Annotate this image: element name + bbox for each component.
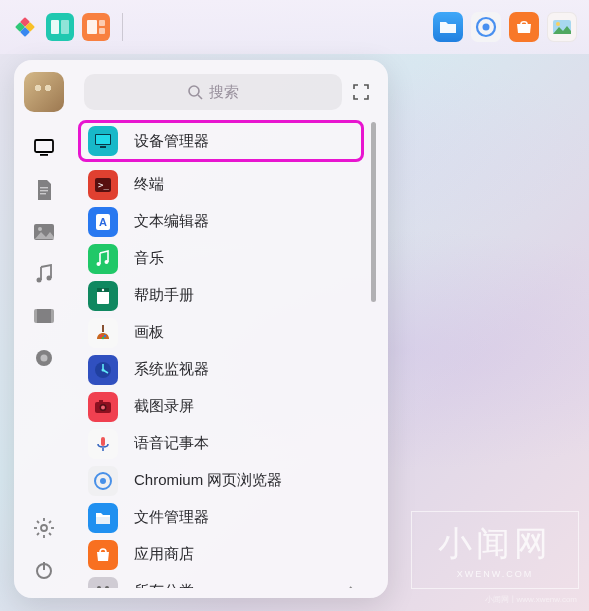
svg-point-60	[101, 405, 105, 409]
svg-rect-4	[51, 20, 59, 34]
svg-text:A: A	[99, 216, 107, 228]
svg-text:>_: >_	[98, 180, 109, 190]
terminal-icon: >_	[88, 170, 118, 200]
svg-point-52	[100, 334, 102, 336]
app-label: 画板	[134, 323, 164, 342]
category-document-icon[interactable]	[32, 178, 56, 202]
search-input[interactable]: 搜索	[84, 74, 342, 110]
svg-rect-41	[96, 135, 110, 144]
launcher-sidebar	[14, 60, 74, 598]
category-video-icon[interactable]	[32, 304, 56, 328]
power-icon[interactable]	[32, 558, 56, 582]
app-row-store[interactable]: 应用商店	[78, 536, 368, 573]
app-label: 帮助手册	[134, 286, 194, 305]
search-icon	[187, 84, 203, 100]
app-row-chromium[interactable]: Chromium 网页浏览器	[78, 462, 368, 499]
app-label: 终端	[134, 175, 164, 194]
svg-point-65	[100, 478, 106, 484]
svg-rect-17	[40, 193, 46, 194]
workspace-button[interactable]	[82, 13, 110, 41]
svg-line-32	[37, 521, 39, 523]
app-label: 应用商店	[134, 545, 194, 564]
svg-rect-5	[61, 20, 69, 34]
app-label: 系统监视器	[134, 360, 209, 379]
app-row-screenshot[interactable]: 截图录屏	[78, 388, 368, 425]
svg-rect-14	[40, 154, 48, 156]
watermark-text: 小闻网	[438, 521, 552, 567]
launcher-main: 搜索 设备管理器>_终端A文本编辑器音乐帮助手册画板系统监视器截图录屏语音记事本…	[74, 60, 388, 598]
category-music-icon[interactable]	[32, 262, 56, 286]
paint-icon	[88, 318, 118, 348]
app-row-device-manager[interactable]: 设备管理器	[78, 120, 364, 162]
app-label: 设备管理器	[134, 132, 209, 151]
svg-point-38	[189, 86, 199, 96]
voice-icon	[88, 429, 118, 459]
svg-point-67	[97, 586, 101, 589]
store-icon	[88, 540, 118, 570]
svg-point-19	[38, 227, 42, 231]
svg-rect-61	[99, 400, 103, 403]
svg-rect-15	[40, 187, 48, 188]
help-icon	[88, 281, 118, 311]
text-editor-icon: A	[88, 207, 118, 237]
svg-rect-6	[87, 20, 97, 34]
category-other-icon[interactable]	[32, 346, 56, 370]
svg-point-21	[47, 276, 52, 281]
svg-line-33	[49, 533, 51, 535]
category-image-icon[interactable]	[32, 220, 56, 244]
svg-point-68	[105, 586, 109, 589]
app-list: 设备管理器>_终端A文本编辑器音乐帮助手册画板系统监视器截图录屏语音记事本Chr…	[78, 118, 378, 588]
watermark-sub: XWENW.COM	[457, 569, 534, 579]
app-row-all[interactable]: 所有分类	[78, 573, 368, 588]
svg-point-53	[104, 334, 106, 336]
scrollbar[interactable]	[371, 122, 376, 302]
svg-rect-42	[100, 146, 106, 148]
app-row-help[interactable]: 帮助手册	[78, 277, 368, 314]
svg-point-51	[102, 288, 104, 290]
svg-point-54	[102, 336, 104, 338]
svg-rect-66	[96, 517, 110, 524]
svg-rect-7	[99, 20, 105, 26]
user-avatar[interactable]	[24, 72, 64, 112]
taskbar-divider	[122, 13, 123, 41]
launcher-button[interactable]	[12, 14, 38, 40]
app-label: 语音记事本	[134, 434, 209, 453]
settings-icon[interactable]	[32, 516, 56, 540]
app-label: 文件管理器	[134, 508, 209, 527]
svg-point-26	[41, 355, 48, 362]
tray-app-gallery[interactable]	[547, 12, 577, 42]
svg-line-35	[49, 521, 51, 523]
music-icon	[88, 244, 118, 274]
app-label: Chromium 网页浏览器	[134, 471, 282, 490]
svg-point-27	[41, 525, 47, 531]
app-label: 文本编辑器	[134, 212, 209, 231]
svg-point-57	[102, 368, 105, 371]
app-row-music[interactable]: 音乐	[78, 240, 368, 277]
app-label: 所有分类	[134, 582, 194, 588]
app-row-terminal[interactable]: >_终端	[78, 166, 368, 203]
fullscreen-button[interactable]	[350, 81, 372, 103]
all-icon	[88, 577, 118, 589]
app-label: 截图录屏	[134, 397, 194, 416]
screenshot-icon	[88, 392, 118, 422]
svg-rect-23	[34, 309, 37, 323]
multitask-button[interactable]	[46, 13, 74, 41]
tray-app-store[interactable]	[509, 12, 539, 42]
app-row-paint[interactable]: 画板	[78, 314, 368, 351]
svg-rect-24	[51, 309, 54, 323]
app-row-files[interactable]: 文件管理器	[78, 499, 368, 536]
svg-rect-55	[102, 325, 104, 332]
category-computer-icon[interactable]	[32, 136, 56, 160]
files-icon	[88, 503, 118, 533]
app-row-monitor[interactable]: 系统监视器	[78, 351, 368, 388]
svg-rect-8	[99, 28, 105, 34]
svg-rect-16	[40, 190, 48, 191]
watermark: 小闻网 XWENW.COM	[411, 511, 579, 589]
svg-point-47	[97, 262, 101, 266]
app-row-text-editor[interactable]: A文本编辑器	[78, 203, 368, 240]
watermark-tag: 小闻网丨www.xwenw.com	[485, 594, 577, 605]
app-row-voice[interactable]: 语音记事本	[78, 425, 368, 462]
tray-app-files[interactable]	[433, 12, 463, 42]
chromium-icon	[88, 466, 118, 496]
tray-app-chromium[interactable]	[471, 12, 501, 42]
